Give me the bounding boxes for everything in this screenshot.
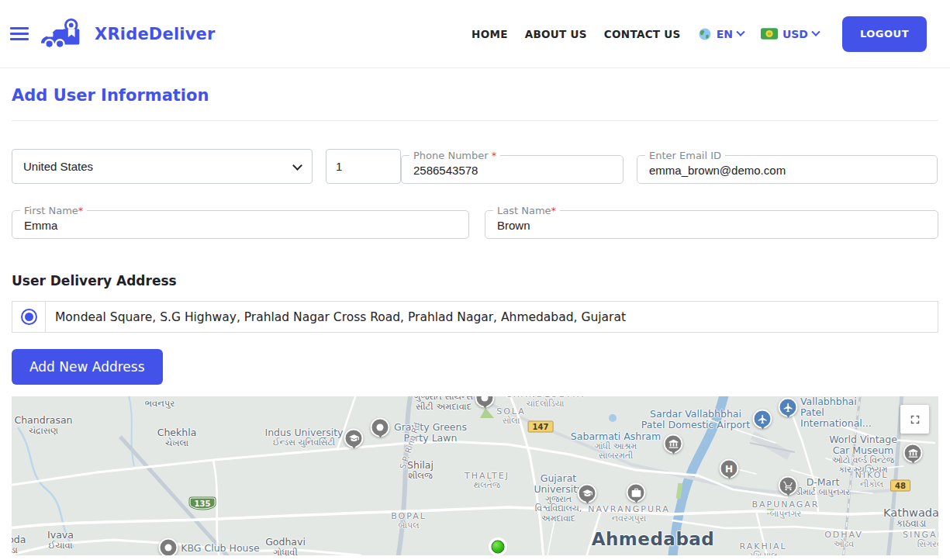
map-label-rakhial: RAKHIALરખિયાલ — [739, 542, 786, 555]
map-label-world-vintage-car-museum: World VintageCar Museumઓટો વર્લ્ડ વિન્ટે… — [829, 434, 897, 475]
chevron-down-icon — [811, 27, 820, 36]
map-label-ghoda: Ghodaઘોડા — [12, 534, 26, 555]
marker-poi[interactable] — [627, 483, 646, 503]
fullscreen-button[interactable] — [900, 405, 929, 434]
brand[interactable]: XRideDeliver — [40, 17, 216, 51]
nav-about-us[interactable]: ABOUT US — [525, 28, 587, 40]
map-label-singarva: SINGARVAસિંગરવા — [903, 531, 938, 550]
country-code-input[interactable] — [326, 149, 401, 184]
map-label-chekhla: Chekhlaચેખલા — [157, 427, 197, 448]
required-asterisk: * — [551, 205, 557, 216]
country-select-wrap: United States — [12, 149, 313, 184]
map-label-bapunagar: BAPUNAGARબાપુનગર — [751, 500, 819, 520]
map-label-domestic-airport: Sardar VallabhbhaiPatel Domestic Airport — [641, 409, 750, 430]
email-field: Enter Email ID — [637, 150, 938, 184]
map-label-nikol: NIKOLનીકોલ — [855, 471, 889, 490]
nav-home[interactable]: HOME — [472, 28, 508, 40]
email-input[interactable] — [637, 161, 922, 178]
currency-value: USD — [782, 28, 808, 40]
main-nav: HOME ABOUT US CONTACT US EN USD LOGOUT — [472, 16, 927, 52]
header: XRideDeliver HOME ABOUT US CONTACT US EN… — [0, 0, 950, 68]
first-name-label: First Name* — [20, 205, 87, 216]
phone-label: Phone Number * — [409, 150, 500, 161]
map-label-shilaj: Shilajશીલજ — [407, 460, 434, 481]
fullscreen-icon — [908, 413, 922, 427]
address-row: Mondeal Square, S.G Highway, Prahlad Nag… — [12, 301, 938, 333]
required-asterisk: * — [492, 150, 497, 161]
marker-sabarmati-ashram[interactable] — [664, 434, 683, 454]
last-name-label: Last Name* — [493, 205, 560, 216]
marker-gujarat-university[interactable] — [578, 484, 597, 503]
route-badge-135: 135 — [190, 498, 216, 510]
last-name-field: Last Name* — [485, 205, 938, 239]
map-label-intl-airport: VallabhbhaiPatelInternational... — [800, 396, 872, 429]
marker-dmart[interactable] — [779, 476, 798, 496]
last-name-input[interactable] — [485, 216, 915, 233]
required-asterisk: * — [78, 205, 84, 216]
main-content: Add User Information United States Phone… — [0, 86, 950, 555]
language-picker[interactable]: EN — [698, 27, 744, 41]
map-label-bhavanpur: ભવનપુર — [145, 399, 174, 409]
map-label-indus-university: Indus Universityઈન્ડસ યુનિવર્સિટી — [264, 427, 343, 448]
phone-field: Phone Number * — [401, 150, 624, 184]
map-label-odhav: ODHAVઓઢવ — [824, 531, 863, 550]
map-label-kbg-club-house: KBG Club House — [181, 543, 259, 554]
map-label-bopal: BOPALબોપલ — [391, 512, 427, 531]
add-new-address-button[interactable]: Add New Address — [12, 349, 163, 385]
marker-indus-university[interactable] — [344, 429, 364, 448]
map-label-gujarat-university: GujaratUniversityગુજરાતવિશ્વવિદ્યાલય,અમદ… — [534, 473, 582, 524]
map-label-chandlodiya: CHANDLODIYAચાંદલોડિયા — [506, 396, 585, 410]
country-select[interactable]: United States — [12, 149, 313, 184]
globe-icon — [698, 27, 712, 41]
map-label-navrangpura: NAVRANGPURAનવરંગપુરા — [588, 505, 669, 524]
marker-world-vintage-car-museum[interactable] — [903, 444, 923, 463]
divider — [12, 120, 938, 121]
nav-contact-us[interactable]: CONTACT US — [604, 28, 681, 40]
map-label-sola: SOLAસોલા — [496, 407, 526, 427]
map-label-kathwada: Kathwadaકાઠવાડા — [883, 506, 938, 530]
address-text: Mondeal Square, S.G Highway, Prahlad Nag… — [46, 302, 626, 332]
marker-gravity-greens[interactable] — [371, 418, 390, 437]
marker-kbg-club-house[interactable] — [159, 538, 178, 556]
contact-fields-row: United States Phone Number * Enter Email… — [12, 149, 938, 184]
map[interactable]: ભવનપુરChandrasanચંદ્રાસણChekhlaચેખલાIndu… — [12, 396, 938, 555]
email-label: Enter Email ID — [645, 150, 725, 161]
menu-icon[interactable] — [6, 20, 33, 47]
chevron-down-icon — [736, 27, 744, 36]
marker-intl-airport[interactable] — [779, 398, 798, 417]
marker-selected-location[interactable] — [492, 541, 505, 554]
map-label-dmart: D-Martડીમાર્ટ બાપુનગર — [796, 477, 850, 497]
first-name-input[interactable] — [12, 216, 446, 233]
map-overlay: ભવનપુરChandrasanચંદ્રાસણChekhlaચેખલાIndu… — [12, 396, 938, 555]
map-label-chandrasan: Chandrasanચંદ્રાસણ — [14, 415, 72, 436]
map-label-thaltej: THALTEJથલતેજ — [465, 472, 510, 491]
marker-domestic-airport[interactable] — [753, 410, 772, 429]
currency-flag-icon — [761, 28, 778, 40]
delivery-address-heading: User Delivery Address — [12, 273, 938, 289]
route-badge-147: 147 — [528, 421, 554, 433]
phone-input[interactable] — [402, 161, 612, 178]
brand-name: XRideDeliver — [95, 25, 216, 43]
map-label-godhavi: Godhaviગોધાવી — [265, 537, 306, 555]
map-label-science-city: ગુજરાત સાયન્સસીટી અમદાવાદ — [414, 396, 473, 412]
name-fields-row: First Name* Last Name* — [12, 205, 938, 239]
first-name-field: First Name* — [12, 205, 469, 239]
marker-hospital[interactable]: H — [720, 459, 739, 479]
language-value: EN — [717, 28, 733, 40]
currency-picker[interactable]: USD — [761, 28, 819, 40]
map-label-gravity-greens: Gravity GreensParty Lawn — [394, 422, 467, 444]
map-label-sabarmati-ashram: Sabarmati Ashramગાંધી આશ્રમસાબરમતી — [571, 431, 661, 461]
page-title: Add User Information — [12, 86, 938, 105]
logout-button[interactable]: LOGOUT — [842, 16, 927, 52]
address-radio[interactable] — [21, 309, 37, 325]
map-label-ahmedabad: Ahmedabad — [592, 530, 715, 550]
address-radio-cell — [12, 302, 45, 332]
route-badge-48: 48 — [890, 480, 910, 492]
map-label-ivava: Ivavaઈયાવા — [47, 530, 74, 551]
brand-logo-icon — [40, 17, 88, 51]
marker-science-city[interactable] — [475, 396, 495, 408]
